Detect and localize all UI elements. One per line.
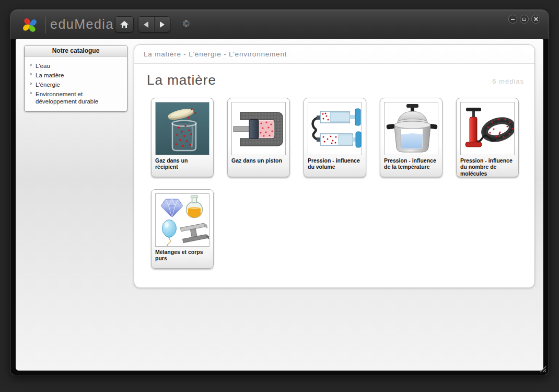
bullet-icon <box>30 64 32 66</box>
sidebar-item-label: Environnement et développement durable <box>36 90 123 105</box>
media-card-label: Mélanges et corps purs <box>155 249 209 262</box>
catalogue-sidebar: Notre catalogue L'eau La matière L'énerg… <box>24 45 127 112</box>
media-card-label: Pression - influence du nombre de molécu… <box>460 157 515 177</box>
minimize-icon <box>511 19 515 20</box>
media-card-label: Gaz dans un récipient <box>155 157 209 170</box>
media-card-gaz-recipient[interactable]: Gaz dans un récipient <box>151 98 214 177</box>
maximize-button[interactable] <box>520 15 529 24</box>
edumedia-logo-icon <box>19 15 40 36</box>
media-card-label: Pression - influence du volume <box>308 157 362 170</box>
media-card-pression-temperature[interactable]: Pression - influence de la température <box>380 98 442 177</box>
bullet-icon <box>30 83 32 85</box>
home-button[interactable] <box>115 16 134 32</box>
sidebar-item-label: L'énergie <box>36 81 60 88</box>
bullet-icon <box>30 92 32 94</box>
sidebar-item-label: La matière <box>36 72 64 79</box>
media-card-label: Pression - influence de la température <box>384 157 438 170</box>
sidebar-item-eau[interactable]: L'eau <box>29 61 123 71</box>
history-nav <box>138 16 170 32</box>
app-window: eduMedia © Notre catalogue <box>10 9 549 375</box>
pump-tire-icon <box>460 102 515 155</box>
minimize-button[interactable] <box>508 15 517 24</box>
sidebar-item-environnement[interactable]: Environnement et développement durable <box>29 89 123 106</box>
piston-icon <box>231 102 286 155</box>
forward-button[interactable] <box>155 17 170 32</box>
window-controls <box>508 15 540 24</box>
beaker-gas-icon <box>155 102 209 155</box>
page-title: La matière <box>147 72 216 88</box>
media-card-pression-molecules[interactable]: Pression - influence du nombre de molécu… <box>456 98 519 177</box>
titlebar: eduMedia © <box>10 10 549 39</box>
media-grid: Gaz dans un récipient <box>151 98 523 269</box>
maximize-icon <box>522 18 526 21</box>
breadcrumb: La matière - L'énergie - L'environnement <box>144 50 287 58</box>
bullet-icon <box>30 73 32 75</box>
copyright-symbol: © <box>183 19 190 29</box>
sidebar-item-matiere[interactable]: La matière <box>29 71 123 80</box>
brand-name: eduMedia <box>50 17 114 32</box>
brand-divider <box>45 17 45 33</box>
media-count: 6 médias <box>492 77 524 85</box>
media-card-melanges[interactable]: Mélanges et corps purs <box>151 189 214 269</box>
back-button[interactable] <box>138 17 155 32</box>
media-card-gaz-piston[interactable]: Gaz dans un piston <box>227 98 290 177</box>
close-icon <box>533 17 538 21</box>
sidebar-item-label: L'eau <box>36 62 50 70</box>
media-card-pression-volume[interactable]: Pression - influence du volume <box>304 98 366 177</box>
resize-grip[interactable] <box>538 364 547 373</box>
sidebar-list: L'eau La matière L'énergie Environnement… <box>25 56 127 111</box>
sidebar-title: Notre catalogue <box>25 45 127 56</box>
forward-arrow-icon <box>160 21 165 28</box>
pressure-cooker-icon <box>384 102 438 155</box>
syringes-icon <box>308 102 362 155</box>
breadcrumb-bar: La matière - L'énergie - L'environnement <box>134 45 534 64</box>
close-button[interactable] <box>531 15 540 24</box>
content-area: Notre catalogue L'eau La matière L'énerg… <box>16 39 543 371</box>
mixtures-icon <box>155 193 209 247</box>
back-arrow-icon <box>144 21 148 28</box>
sidebar-item-energie[interactable]: L'énergie <box>29 80 123 89</box>
home-icon <box>120 21 129 28</box>
media-card-label: Gaz dans un piston <box>231 157 286 164</box>
catalogue-panel: La matière - L'énergie - L'environnement… <box>134 44 535 288</box>
